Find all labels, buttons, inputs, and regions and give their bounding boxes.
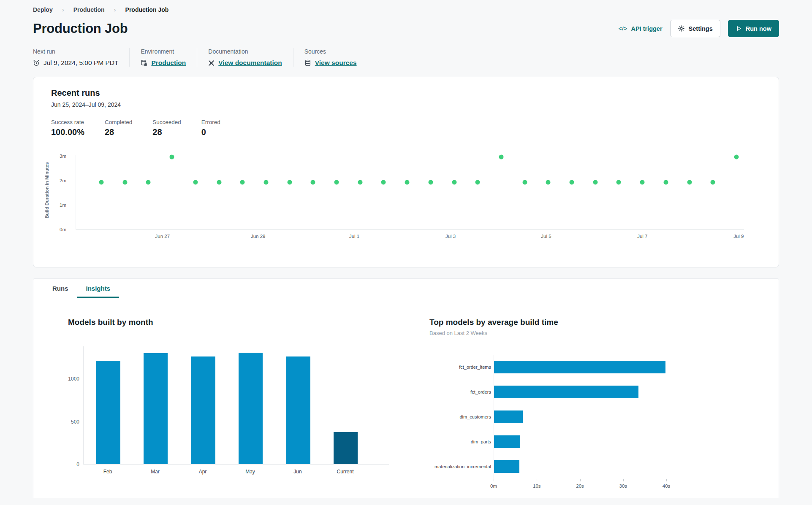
hbar-fct_order_items[interactable] bbox=[494, 361, 665, 373]
tab-runs[interactable]: Runs bbox=[43, 279, 77, 298]
run-duration-dot[interactable] bbox=[381, 180, 386, 184]
hbar-chart-body: fct_order_itemsfct_ordersdim_customersdi… bbox=[429, 355, 691, 494]
run-duration-dot[interactable] bbox=[593, 180, 597, 184]
run-duration-dot[interactable] bbox=[428, 180, 433, 184]
hbar-fct_orders[interactable] bbox=[494, 386, 638, 398]
page: Deploy›Production›Production Job Product… bbox=[0, 0, 812, 498]
breadcrumb-item: Production Job bbox=[125, 6, 169, 13]
hbar-category-label: dim_parts bbox=[429, 439, 491, 444]
database-icon bbox=[304, 59, 311, 66]
run-duration-dot[interactable] bbox=[263, 180, 268, 184]
hbar-axis-line-horizontal bbox=[494, 479, 689, 479]
vbar-x-tick-label: Apr bbox=[199, 469, 207, 475]
scatter-y-axis-title: Build Duration in Minutes bbox=[44, 154, 49, 227]
run-duration-dot[interactable] bbox=[358, 180, 362, 184]
tab-insights[interactable]: Insights bbox=[77, 279, 119, 298]
hbar-dim_customers[interactable] bbox=[494, 410, 523, 423]
run-duration-dot[interactable] bbox=[640, 180, 645, 184]
scatter-y-tick-label: 1m bbox=[60, 203, 66, 208]
vbar-x-axis: FebMarAprMayJunCurrent bbox=[83, 469, 389, 475]
vbar-feb[interactable] bbox=[96, 361, 120, 464]
hbar-category-label: materialization_incremental bbox=[429, 464, 491, 469]
vbar-jun[interactable] bbox=[286, 356, 310, 464]
stat-value: 28 bbox=[105, 127, 132, 137]
hbar-x-tick-label: 10s bbox=[533, 483, 541, 489]
breadcrumb: Deploy›Production›Production Job bbox=[33, 6, 779, 13]
stat-label: Errored bbox=[201, 119, 220, 125]
meta-link[interactable]: View sources bbox=[315, 59, 357, 67]
run-duration-dot[interactable] bbox=[334, 180, 339, 184]
meta-link[interactable]: Production bbox=[151, 59, 186, 67]
top-models-subtitle: Based on Last 2 Weeks bbox=[429, 330, 700, 336]
models-by-month-title: Models built by month bbox=[68, 318, 406, 327]
scatter-x-tick-label: Jun 27 bbox=[155, 234, 170, 239]
run-duration-dot[interactable] bbox=[122, 180, 127, 184]
run-duration-dot[interactable] bbox=[499, 154, 503, 159]
scatter-x-tick-label: Jul 7 bbox=[637, 234, 647, 239]
scatter-y-tick-label: 0m bbox=[60, 227, 66, 232]
stat-completed: Completed28 bbox=[105, 119, 132, 137]
run-duration-dot[interactable] bbox=[405, 180, 410, 184]
run-duration-dot[interactable] bbox=[287, 180, 292, 184]
stats-row: Success rate100.00%Completed28Succeeded2… bbox=[51, 119, 761, 137]
run-duration-dot[interactable] bbox=[170, 154, 174, 159]
run-duration-dot[interactable] bbox=[687, 180, 692, 184]
vbar-current[interactable] bbox=[334, 432, 358, 464]
run-duration-dot[interactable] bbox=[146, 180, 151, 184]
breadcrumb-item[interactable]: Production bbox=[73, 6, 105, 13]
run-duration-dot[interactable] bbox=[663, 180, 668, 184]
run-duration-dot[interactable] bbox=[475, 180, 480, 184]
vbar-x-tick-label: Jun bbox=[293, 469, 301, 475]
top-models-title: Top models by average build time bbox=[429, 318, 700, 327]
meta-label: Environment bbox=[141, 48, 186, 55]
run-duration-dot[interactable] bbox=[570, 180, 574, 184]
scatter-y-tick-label: 3m bbox=[60, 154, 66, 159]
recent-runs-card: Recent runs Jun 25, 2024–Jul 09, 2024 Su… bbox=[33, 77, 779, 267]
run-duration-dot[interactable] bbox=[711, 180, 715, 184]
stat-success-rate: Success rate100.00% bbox=[51, 119, 84, 137]
hbar-dim_parts[interactable] bbox=[494, 435, 520, 448]
meta-value: Production bbox=[141, 59, 186, 67]
settings-button[interactable]: Settings bbox=[670, 20, 720, 37]
run-duration-dot[interactable] bbox=[99, 180, 104, 184]
run-duration-dot[interactable] bbox=[240, 180, 245, 184]
page-header: Production Job </> API trigger Settings bbox=[33, 20, 779, 37]
breadcrumb-item[interactable]: Deploy bbox=[33, 6, 53, 13]
run-duration-dot[interactable] bbox=[616, 180, 621, 184]
hbar-category-label: fct_orders bbox=[429, 389, 491, 394]
hbar-axis-tick bbox=[666, 479, 667, 481]
stat-value: 100.00% bbox=[51, 127, 84, 137]
run-duration-dot[interactable] bbox=[546, 180, 551, 184]
docs-icon bbox=[208, 60, 215, 66]
vbar-y-tick-label: 500 bbox=[71, 419, 79, 425]
vbar-y-tick-label: 0 bbox=[76, 462, 79, 467]
vbar-may[interactable] bbox=[239, 353, 263, 464]
run-duration-dot[interactable] bbox=[734, 154, 739, 159]
scatter-x-tick-label: Jul 1 bbox=[349, 234, 359, 239]
vbar-x-tick-label: Feb bbox=[103, 469, 112, 475]
scatter-plot bbox=[76, 155, 744, 230]
build-duration-chart: Build Duration in Minutes 0m1m2m3m Jun 2… bbox=[51, 155, 761, 243]
vbar-x-tick-label: May bbox=[245, 469, 255, 475]
stat-label: Completed bbox=[105, 119, 132, 125]
meta-text: Jul 9, 2024, 5:00 PM PDT bbox=[43, 59, 118, 67]
vbar-mar[interactable] bbox=[144, 353, 168, 464]
vbar-apr[interactable] bbox=[191, 356, 215, 464]
vbar-x-tick-label: Current bbox=[337, 469, 353, 475]
run-now-button[interactable]: Run now bbox=[728, 20, 779, 37]
meta-documentation: DocumentationView documentation bbox=[197, 48, 293, 67]
hbar-x-tick-label: 20s bbox=[576, 483, 584, 489]
stat-label: Success rate bbox=[51, 119, 84, 125]
api-trigger-link[interactable]: </> API trigger bbox=[619, 25, 663, 32]
run-duration-dot[interactable] bbox=[522, 180, 527, 184]
settings-label: Settings bbox=[689, 25, 713, 32]
meta-link[interactable]: View documentation bbox=[218, 59, 282, 67]
run-duration-dot[interactable] bbox=[311, 180, 315, 184]
gear-icon bbox=[678, 25, 685, 32]
run-duration-dot[interactable] bbox=[193, 180, 198, 184]
hbar-materialization_incremental[interactable] bbox=[494, 460, 519, 473]
run-duration-dot[interactable] bbox=[217, 180, 221, 184]
hbar-category-label: fct_order_items bbox=[429, 365, 491, 370]
meta-label: Documentation bbox=[208, 48, 282, 55]
run-duration-dot[interactable] bbox=[452, 180, 456, 184]
